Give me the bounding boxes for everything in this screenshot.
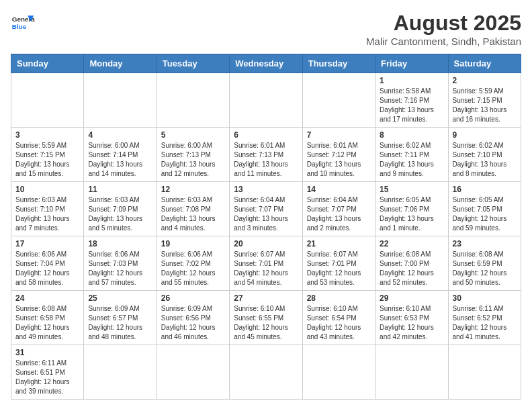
day-info: Sunrise: 6:00 AM Sunset: 7:13 PM Dayligh… [161, 141, 225, 179]
calendar-cell: 3Sunrise: 5:59 AM Sunset: 7:15 PM Daylig… [11, 128, 84, 182]
day-number: 20 [234, 239, 298, 248]
generalblue-logo-icon: General Blue [11, 11, 35, 35]
page-header: General Blue August 2025 Malir Cantonmen… [11, 11, 521, 47]
day-number: 10 [15, 185, 79, 194]
day-number: 4 [88, 130, 152, 140]
calendar-cell [84, 73, 157, 128]
day-info: Sunrise: 6:04 AM Sunset: 7:07 PM Dayligh… [234, 195, 298, 233]
day-info: Sunrise: 6:09 AM Sunset: 6:57 PM Dayligh… [88, 304, 152, 342]
calendar-cell [157, 345, 229, 400]
day-number: 16 [453, 185, 517, 194]
calendar-cell: 20Sunrise: 6:07 AM Sunset: 7:01 PM Dayli… [230, 236, 302, 291]
calendar-cell [448, 345, 521, 400]
calendar-cell: 19Sunrise: 6:06 AM Sunset: 7:02 PM Dayli… [157, 236, 229, 291]
day-number: 22 [380, 239, 443, 248]
logo: General Blue [11, 11, 35, 35]
day-number: 21 [307, 239, 371, 248]
weekday-header-sunday: Sunday [11, 54, 84, 73]
day-info: Sunrise: 5:59 AM Sunset: 7:15 PM Dayligh… [453, 87, 517, 124]
calendar-cell: 26Sunrise: 6:09 AM Sunset: 6:56 PM Dayli… [157, 291, 229, 345]
calendar-cell: 12Sunrise: 6:03 AM Sunset: 7:08 PM Dayli… [157, 182, 229, 236]
day-info: Sunrise: 6:06 AM Sunset: 7:02 PM Dayligh… [161, 250, 225, 287]
calendar-cell: 5Sunrise: 6:00 AM Sunset: 7:13 PM Daylig… [157, 128, 229, 182]
day-info: Sunrise: 6:03 AM Sunset: 7:08 PM Dayligh… [161, 195, 225, 233]
day-number: 29 [380, 293, 443, 303]
day-info: Sunrise: 6:10 AM Sunset: 6:54 PM Dayligh… [307, 304, 371, 342]
day-number: 15 [380, 185, 443, 194]
day-info: Sunrise: 6:06 AM Sunset: 7:04 PM Dayligh… [15, 250, 79, 287]
calendar-cell: 22Sunrise: 6:08 AM Sunset: 7:00 PM Dayli… [375, 236, 448, 291]
calendar-cell: 30Sunrise: 6:11 AM Sunset: 6:52 PM Dayli… [448, 291, 521, 345]
weekday-header-saturday: Saturday [448, 54, 521, 73]
day-number: 6 [234, 130, 298, 140]
calendar-subtitle: Malir Cantonment, Sindh, Pakistan [366, 36, 521, 47]
calendar-cell: 1Sunrise: 5:58 AM Sunset: 7:16 PM Daylig… [375, 73, 448, 128]
day-number: 14 [307, 185, 371, 194]
calendar-cell [84, 345, 157, 400]
day-info: Sunrise: 6:09 AM Sunset: 6:56 PM Dayligh… [161, 304, 225, 342]
calendar-cell: 11Sunrise: 6:03 AM Sunset: 7:09 PM Dayli… [84, 182, 157, 236]
calendar-cell: 23Sunrise: 6:08 AM Sunset: 6:59 PM Dayli… [448, 236, 521, 291]
svg-text:Blue: Blue [12, 23, 27, 30]
day-number: 17 [15, 239, 79, 248]
day-number: 3 [15, 130, 79, 140]
day-info: Sunrise: 6:08 AM Sunset: 6:59 PM Dayligh… [453, 250, 517, 287]
calendar-cell: 28Sunrise: 6:10 AM Sunset: 6:54 PM Dayli… [302, 291, 375, 345]
calendar-cell [230, 73, 302, 128]
day-number: 18 [88, 239, 152, 248]
calendar-cell: 25Sunrise: 6:09 AM Sunset: 6:57 PM Dayli… [84, 291, 157, 345]
day-info: Sunrise: 6:03 AM Sunset: 7:09 PM Dayligh… [88, 195, 152, 233]
calendar-week-row: 31Sunrise: 6:11 AM Sunset: 6:51 PM Dayli… [11, 345, 521, 400]
title-block: August 2025 Malir Cantonment, Sindh, Pak… [366, 11, 521, 47]
calendar-cell: 4Sunrise: 6:00 AM Sunset: 7:14 PM Daylig… [84, 128, 157, 182]
calendar-cell: 29Sunrise: 6:10 AM Sunset: 6:53 PM Dayli… [375, 291, 448, 345]
day-number: 24 [15, 293, 79, 303]
weekday-header-monday: Monday [84, 54, 157, 73]
day-info: Sunrise: 5:59 AM Sunset: 7:15 PM Dayligh… [15, 141, 79, 179]
day-info: Sunrise: 6:07 AM Sunset: 7:01 PM Dayligh… [307, 250, 371, 287]
calendar-cell [157, 73, 229, 128]
day-info: Sunrise: 6:07 AM Sunset: 7:01 PM Dayligh… [234, 250, 298, 287]
calendar-cell: 31Sunrise: 6:11 AM Sunset: 6:51 PM Dayli… [11, 345, 84, 400]
day-number: 12 [161, 185, 225, 194]
day-number: 1 [380, 76, 443, 85]
day-number: 2 [453, 76, 517, 85]
weekday-header-friday: Friday [375, 54, 448, 73]
day-number: 7 [307, 130, 371, 140]
day-info: Sunrise: 6:01 AM Sunset: 7:12 PM Dayligh… [307, 141, 371, 179]
calendar-cell: 16Sunrise: 6:05 AM Sunset: 7:05 PM Dayli… [448, 182, 521, 236]
calendar-table: SundayMondayTuesdayWednesdayThursdayFrid… [11, 54, 521, 400]
calendar-cell: 13Sunrise: 6:04 AM Sunset: 7:07 PM Dayli… [230, 182, 302, 236]
calendar-week-row: 3Sunrise: 5:59 AM Sunset: 7:15 PM Daylig… [11, 128, 521, 182]
day-info: Sunrise: 6:02 AM Sunset: 7:10 PM Dayligh… [453, 141, 517, 179]
weekday-header-wednesday: Wednesday [230, 54, 302, 73]
day-info: Sunrise: 6:00 AM Sunset: 7:14 PM Dayligh… [88, 141, 152, 179]
calendar-week-row: 10Sunrise: 6:03 AM Sunset: 7:10 PM Dayli… [11, 182, 521, 236]
day-number: 9 [453, 130, 517, 140]
day-number: 23 [453, 239, 517, 248]
day-info: Sunrise: 6:06 AM Sunset: 7:03 PM Dayligh… [88, 250, 152, 287]
calendar-cell: 27Sunrise: 6:10 AM Sunset: 6:55 PM Dayli… [230, 291, 302, 345]
day-info: Sunrise: 6:05 AM Sunset: 7:05 PM Dayligh… [453, 195, 517, 233]
calendar-cell [375, 345, 448, 400]
weekday-header-thursday: Thursday [302, 54, 375, 73]
day-info: Sunrise: 6:03 AM Sunset: 7:10 PM Dayligh… [15, 195, 79, 233]
day-info: Sunrise: 6:11 AM Sunset: 6:51 PM Dayligh… [15, 359, 79, 396]
calendar-week-row: 24Sunrise: 6:08 AM Sunset: 6:58 PM Dayli… [11, 291, 521, 345]
day-number: 31 [15, 348, 79, 357]
weekday-header-row: SundayMondayTuesdayWednesdayThursdayFrid… [11, 54, 521, 73]
day-info: Sunrise: 5:58 AM Sunset: 7:16 PM Dayligh… [380, 87, 443, 124]
calendar-week-row: 1Sunrise: 5:58 AM Sunset: 7:16 PM Daylig… [11, 73, 521, 128]
day-number: 25 [88, 293, 152, 303]
day-number: 28 [307, 293, 371, 303]
calendar-cell: 18Sunrise: 6:06 AM Sunset: 7:03 PM Dayli… [84, 236, 157, 291]
day-number: 19 [161, 239, 225, 248]
calendar-cell: 24Sunrise: 6:08 AM Sunset: 6:58 PM Dayli… [11, 291, 84, 345]
calendar-cell: 15Sunrise: 6:05 AM Sunset: 7:06 PM Dayli… [375, 182, 448, 236]
day-info: Sunrise: 6:10 AM Sunset: 6:55 PM Dayligh… [234, 304, 298, 342]
calendar-cell [230, 345, 302, 400]
day-info: Sunrise: 6:04 AM Sunset: 7:07 PM Dayligh… [307, 195, 371, 233]
day-number: 5 [161, 130, 225, 140]
weekday-header-tuesday: Tuesday [157, 54, 229, 73]
day-info: Sunrise: 6:05 AM Sunset: 7:06 PM Dayligh… [380, 195, 443, 233]
